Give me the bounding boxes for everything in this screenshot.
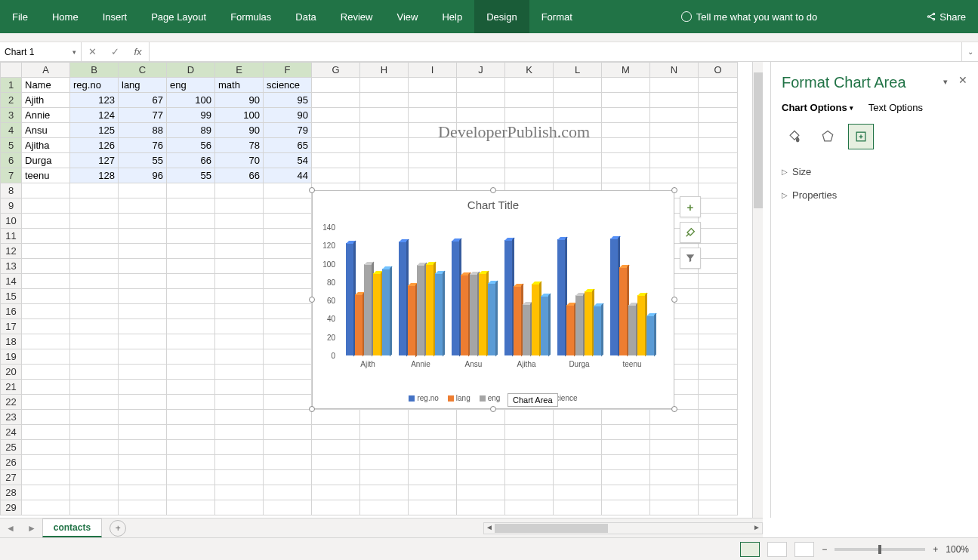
cell-E21[interactable] <box>215 380 264 395</box>
cell-K2[interactable] <box>505 93 554 108</box>
row-header-27[interactable]: 27 <box>1 470 22 485</box>
cell-G3[interactable] <box>312 108 360 123</box>
cell-L28[interactable] <box>554 485 602 500</box>
cell-E17[interactable] <box>215 319 264 334</box>
cell-F7[interactable]: 44 <box>264 168 312 183</box>
bar[interactable] <box>426 264 433 355</box>
cell-O18[interactable] <box>699 334 738 349</box>
cell-A27[interactable] <box>22 470 70 485</box>
cell-D19[interactable] <box>167 349 215 365</box>
cell-F2[interactable]: 95 <box>264 93 312 108</box>
cell-C4[interactable]: 88 <box>119 123 167 138</box>
cell-K7[interactable] <box>505 168 554 183</box>
cell-C2[interactable]: 67 <box>119 93 167 108</box>
cell-H1[interactable] <box>360 78 409 93</box>
cell-K5[interactable] <box>505 138 554 153</box>
cell-C9[interactable] <box>119 198 167 214</box>
cell-E3[interactable]: 100 <box>215 108 264 123</box>
cell-L5[interactable] <box>554 138 602 153</box>
cell-F27[interactable] <box>264 470 312 485</box>
cell-J1[interactable] <box>457 78 505 93</box>
cell-B9[interactable] <box>70 198 119 214</box>
cell-A3[interactable]: Annie <box>22 108 70 123</box>
cell-N29[interactable] <box>650 500 699 515</box>
ribbon-tab-view[interactable]: View <box>384 0 430 33</box>
cell-O4[interactable] <box>699 123 738 138</box>
col-header-J[interactable]: J <box>457 63 505 78</box>
cell-J28[interactable] <box>457 485 505 500</box>
cell-A26[interactable] <box>22 455 70 470</box>
cell-O17[interactable] <box>699 319 738 334</box>
zoom-in[interactable]: + <box>933 544 938 555</box>
cell-F20[interactable] <box>264 365 312 380</box>
resize-handle[interactable] <box>671 187 677 193</box>
cell-C28[interactable] <box>119 485 167 500</box>
cell-O29[interactable] <box>699 500 738 515</box>
cell-A4[interactable]: Ansu <box>22 123 70 138</box>
cell-A12[interactable] <box>22 244 70 259</box>
cell-D21[interactable] <box>167 380 215 395</box>
bar[interactable] <box>557 239 565 355</box>
cell-M27[interactable] <box>602 470 650 485</box>
cell-A17[interactable] <box>22 319 70 334</box>
chart-brush-button[interactable] <box>680 222 701 243</box>
cell-B27[interactable] <box>70 470 119 485</box>
cell-F26[interactable] <box>264 455 312 470</box>
cell-C22[interactable] <box>119 395 167 410</box>
cell-D9[interactable] <box>167 198 215 214</box>
bar[interactable] <box>346 243 353 355</box>
cell-L1[interactable] <box>554 78 602 93</box>
cell-M7[interactable] <box>602 168 650 183</box>
cell-N3[interactable] <box>650 108 699 123</box>
col-header-O[interactable]: O <box>699 63 738 78</box>
cell-D8[interactable] <box>167 183 215 198</box>
cell-D25[interactable] <box>167 440 215 455</box>
row-header-8[interactable]: 8 <box>1 183 22 198</box>
cell-F29[interactable] <box>264 500 312 515</box>
chart-options-tab[interactable]: Chart Options ▾ <box>782 102 853 113</box>
cell-C5[interactable]: 76 <box>119 138 167 153</box>
cell-B21[interactable] <box>70 380 119 395</box>
bar[interactable] <box>461 275 468 355</box>
cell-O26[interactable] <box>699 455 738 470</box>
bar[interactable] <box>523 304 530 355</box>
cell-E24[interactable] <box>215 425 264 440</box>
row-header-28[interactable]: 28 <box>1 485 22 500</box>
cell-D6[interactable]: 66 <box>167 153 215 168</box>
tell-me[interactable]: Tell me what you want to do <box>672 11 826 23</box>
cell-C19[interactable] <box>119 349 167 365</box>
cell-N1[interactable] <box>650 78 699 93</box>
bar[interactable] <box>435 273 443 355</box>
row-header-18[interactable]: 18 <box>1 334 22 349</box>
col-header-C[interactable]: C <box>119 63 167 78</box>
row-header-29[interactable]: 29 <box>1 500 22 515</box>
cell-E22[interactable] <box>215 395 264 410</box>
cell-O15[interactable] <box>699 289 738 304</box>
cell-N28[interactable] <box>650 485 699 500</box>
cell-E18[interactable] <box>215 334 264 349</box>
cell-A10[interactable] <box>22 214 70 229</box>
cell-D2[interactable]: 100 <box>167 93 215 108</box>
cell-A25[interactable] <box>22 440 70 455</box>
col-header-M[interactable]: M <box>602 63 650 78</box>
cell-I28[interactable] <box>409 485 457 500</box>
row-header-14[interactable]: 14 <box>1 274 22 289</box>
cancel-icon[interactable]: ✕ <box>88 46 97 57</box>
cell-J6[interactable] <box>457 153 505 168</box>
cell-E2[interactable]: 90 <box>215 93 264 108</box>
row-header-23[interactable]: 23 <box>1 410 22 425</box>
ribbon-tab-help[interactable]: Help <box>430 0 474 33</box>
cell-D26[interactable] <box>167 455 215 470</box>
cell-I27[interactable] <box>409 470 457 485</box>
cell-C12[interactable] <box>119 244 167 259</box>
cell-J2[interactable] <box>457 93 505 108</box>
cell-L4[interactable] <box>554 123 602 138</box>
cell-C20[interactable] <box>119 365 167 380</box>
row-header-7[interactable]: 7 <box>1 168 22 183</box>
cell-G2[interactable] <box>312 93 360 108</box>
effects-icon[interactable] <box>815 124 841 149</box>
cell-L23[interactable] <box>554 410 602 425</box>
row-header-3[interactable]: 3 <box>1 108 22 123</box>
cell-D29[interactable] <box>167 500 215 515</box>
cell-O25[interactable] <box>699 440 738 455</box>
